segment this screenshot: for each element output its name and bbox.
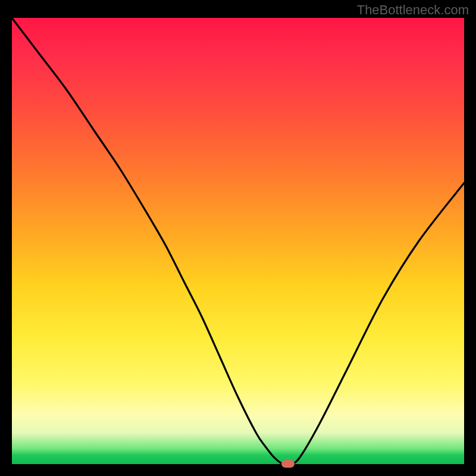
watermark-text: TheBottleneck.com xyxy=(357,2,469,18)
plot-area xyxy=(12,18,464,464)
optimal-point-marker xyxy=(281,460,295,468)
chart-frame: TheBottleneck.com xyxy=(0,0,476,476)
bottleneck-curve xyxy=(12,18,464,464)
